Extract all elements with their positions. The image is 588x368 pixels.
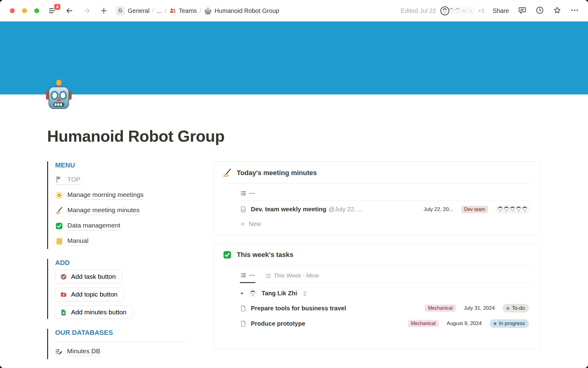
status-dot-icon — [507, 307, 509, 310]
new-page-button[interactable] — [99, 6, 108, 15]
new-meeting-button[interactable]: New — [240, 218, 532, 235]
view-tabs: --- — [240, 184, 532, 201]
view-tab-label: --- — [249, 190, 255, 197]
status-badge: To-do — [503, 304, 529, 312]
minutes-db-label: Minutes DB — [67, 347, 100, 356]
task-date: August 9, 2024 — [447, 320, 482, 327]
forward-button[interactable] — [82, 6, 91, 15]
view-tab-this-week-mine[interactable]: This Week - Mine — [265, 271, 319, 283]
updates-button[interactable] — [536, 6, 544, 16]
card-title: Today's meeting minutes — [237, 169, 317, 177]
view-tab-default[interactable]: --- — [240, 189, 255, 200]
sun-icon — [55, 191, 63, 199]
status-dot-icon — [494, 322, 496, 325]
breadcrumb-separator: / — [200, 7, 202, 14]
menu-item-top[interactable]: TOP — [55, 172, 186, 188]
more-options-button[interactable] — [571, 6, 579, 16]
left-column: MENU TOP — [47, 161, 186, 368]
list-view-icon — [265, 273, 271, 279]
topbar: 4 G General / ... / — [0, 0, 588, 21]
add-heading: ADD — [55, 259, 186, 267]
view-tab-label: This Week - Mine — [274, 272, 319, 279]
breadcrumb-ellipsis[interactable]: ... — [157, 7, 162, 14]
database-edit-icon — [55, 348, 63, 356]
menu-item-manual[interactable]: Manual — [55, 234, 186, 249]
workspace-chip[interactable]: G — [116, 6, 125, 15]
avatar — [521, 205, 529, 213]
group-header[interactable]: Tang Lik Zhi 2 — [240, 283, 532, 301]
category-tag: Mechanical — [408, 320, 439, 327]
zoom-window-button[interactable] — [34, 8, 39, 13]
menu-item-morning-meetings[interactable]: Manage morning meetings — [55, 188, 186, 203]
check-icon — [223, 250, 232, 259]
ledger-icon — [55, 237, 63, 245]
right-column: Today's meeting minutes --- Dev. team we… — [214, 161, 541, 357]
meeting-minutes-card: Today's meeting minutes --- Dev. team we… — [214, 161, 541, 235]
add-topic-button[interactable]: Add topic button — [55, 288, 124, 301]
menu-heading: MENU — [55, 161, 186, 169]
edited-timestamp: Edited Jul 22 — [401, 7, 436, 14]
people-icon — [169, 7, 176, 14]
add-section: ADD Add task button Add topic button — [47, 259, 186, 319]
task-date: July 31, 2024 — [464, 305, 495, 311]
comments-button[interactable] — [518, 6, 526, 16]
breadcrumb-teams[interactable]: Teams — [169, 7, 197, 14]
meeting-minutes-card-header[interactable]: Today's meeting minutes — [223, 162, 532, 184]
nav-controls: 4 — [48, 6, 108, 15]
task-check-icon — [60, 273, 67, 280]
robot-icon — [204, 7, 212, 15]
meeting-row[interactable]: Dev. team weekly meeting @July 22, ... J… — [240, 201, 532, 218]
clock-icon — [536, 6, 544, 14]
page-icon — [240, 206, 247, 213]
task-row[interactable]: Produce prototype Mechanical August 9, 2… — [240, 316, 532, 331]
attendee-avatars — [496, 205, 529, 213]
task-title: Prepare tools for business travel — [251, 305, 346, 312]
menu-item-label: TOP — [67, 176, 81, 183]
ellipsis-icon — [571, 6, 579, 14]
add-task-label: Add task button — [71, 273, 116, 280]
favorite-button[interactable] — [553, 6, 561, 16]
sidebar-toggle-button[interactable]: 4 — [48, 6, 57, 15]
add-task-button[interactable]: Add task button — [55, 270, 122, 283]
plus-icon — [240, 221, 246, 227]
back-button[interactable] — [65, 6, 74, 15]
view-tabs: --- This Week - Mine — [240, 266, 532, 283]
add-topic-label: Add topic button — [71, 291, 118, 298]
avatar[interactable]: D — [466, 6, 475, 15]
breadcrumb-current-page[interactable]: Humanoid Robot Group — [204, 7, 279, 15]
app-window: 4 G General / ... / — [0, 0, 588, 368]
category-tag: Mechanical — [425, 305, 456, 312]
arrow-left-icon — [66, 7, 74, 15]
menu-item-label: Manage meeting minutes — [67, 206, 140, 215]
task-row[interactable]: Prepare tools for business travel Mechan… — [240, 301, 532, 316]
menu-item-label: Manage morning meetings — [67, 191, 144, 200]
list-view-icon — [240, 272, 246, 278]
status-badge: In progress — [490, 319, 529, 328]
collapse-triangle-icon[interactable] — [240, 291, 244, 296]
menu-item-data-management[interactable]: Data management — [55, 218, 186, 234]
meeting-date: July 22, 20... — [424, 206, 453, 213]
minimize-window-button[interactable] — [22, 8, 27, 13]
breadcrumb-teams-label: Teams — [179, 7, 197, 14]
check-icon — [55, 222, 63, 230]
page-title[interactable]: Humanoid Robot Group — [47, 127, 541, 145]
divider — [55, 342, 186, 342]
avatar[interactable] — [440, 6, 449, 15]
star-icon — [553, 6, 561, 14]
breadcrumb-general[interactable]: General — [128, 7, 149, 14]
avatar-overflow-count[interactable]: +1 — [478, 7, 485, 14]
menu-item-meeting-minutes[interactable]: Manage meeting minutes — [55, 203, 186, 218]
page-icon-robot[interactable] — [43, 79, 75, 110]
comment-icon — [518, 6, 526, 14]
weekly-tasks-card-header[interactable]: This week's tasks — [223, 243, 532, 266]
menu-section: MENU TOP — [47, 161, 186, 249]
share-button[interactable]: Share — [493, 7, 509, 14]
notification-badge: 4 — [54, 3, 61, 10]
view-tab-default[interactable]: --- — [240, 270, 255, 283]
avatar — [249, 289, 257, 297]
group-count: 2 — [303, 290, 307, 297]
close-window-button[interactable] — [10, 8, 15, 13]
databases-section: OUR DATABASES Minutes DB — [47, 329, 186, 359]
minutes-db-link[interactable]: Minutes DB — [55, 344, 186, 359]
add-minutes-button[interactable]: Add minutes button — [55, 305, 133, 319]
